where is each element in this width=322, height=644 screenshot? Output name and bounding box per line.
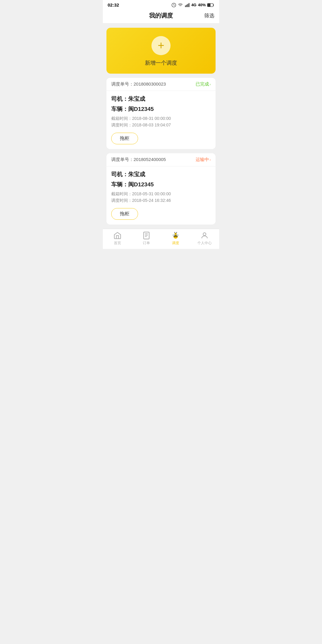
order-1-cutoff: 截箱时间：2018-08-31 00:00:00 (111, 116, 211, 121)
status-bar: 02:32 4G 40% (103, 0, 219, 9)
order-2-driver: 司机：朱宝成 (111, 171, 211, 178)
orders-icon (142, 231, 151, 240)
order-card-1: 调度单号：2018080300023 已完成 › 司机：朱宝成 车辆：闽D123… (106, 78, 216, 149)
order-2-header[interactable]: 调度单号：2018052400005 运输中 › (106, 153, 216, 166)
svg-rect-7 (208, 4, 210, 6)
tab-profile-label: 个人中心 (197, 241, 212, 246)
add-icon-wrapper: + (151, 36, 171, 55)
chevron-right-icon: › (210, 82, 211, 86)
dispatch-icon (171, 231, 180, 240)
svg-rect-5 (188, 3, 189, 7)
tab-profile[interactable]: 个人中心 (190, 229, 219, 249)
order-2-vehicle: 车辆：闽D12345 (111, 181, 211, 188)
tab-orders-label: 订单 (143, 241, 150, 246)
network-label: 4G (191, 3, 196, 7)
tab-bar: 首页 订单 (103, 229, 219, 249)
order-1-vehicle: 车辆：闽D12345 (111, 105, 211, 113)
profile-icon (200, 231, 209, 240)
signal-icon (185, 3, 190, 7)
status-time: 02:32 (108, 2, 119, 7)
tab-dispatch-label: 调度 (172, 241, 179, 246)
battery-icon (207, 3, 214, 7)
order-1-status[interactable]: 已完成 › (196, 81, 211, 87)
svg-rect-3 (186, 4, 187, 7)
tab-home-label: 首页 (114, 241, 121, 246)
order-card-2: 调度单号：2018052400005 运输中 › 司机：朱宝成 车辆：闽D123… (106, 153, 216, 225)
page-title: 我的调度 (149, 12, 173, 20)
order-1-tag[interactable]: 拖柜 (111, 133, 138, 144)
order-1-header[interactable]: 调度单号：2018080300023 已完成 › (106, 78, 216, 91)
order-2-status[interactable]: 运输中 › (196, 157, 211, 162)
order-2-cutoff: 截箱时间：2018-05-31 00:00:00 (111, 191, 211, 197)
home-icon (113, 231, 122, 240)
svg-rect-8 (144, 232, 149, 239)
status-icons: 4G 40% (171, 3, 214, 7)
svg-rect-2 (185, 5, 186, 7)
svg-line-17 (174, 232, 175, 233)
order-1-number: 调度单号：2018080300023 (111, 81, 166, 87)
battery-label: 40% (198, 3, 206, 7)
chevron-right-icon-2: › (210, 157, 211, 162)
order-2-body: 司机：朱宝成 车辆：闽D12345 截箱时间：2018-05-31 00:00:… (106, 166, 216, 225)
svg-point-20 (177, 232, 177, 233)
wifi-icon (178, 3, 183, 7)
order-1-body: 司机：朱宝成 车辆：闽D12345 截箱时间：2018-08-31 00:00:… (106, 91, 216, 149)
order-2-schedule: 调度时间：2018-05-24 16:32:46 (111, 198, 211, 203)
svg-rect-4 (187, 4, 188, 7)
plus-icon: + (158, 40, 164, 51)
order-2-number: 调度单号：2018052400005 (111, 157, 166, 162)
order-2-tag[interactable]: 拖柜 (111, 208, 138, 220)
add-card-label: 新增一个调度 (145, 59, 177, 66)
tab-dispatch[interactable]: 调度 (161, 229, 190, 249)
order-1-driver: 司机：朱宝成 (111, 95, 211, 103)
filter-button[interactable]: 筛选 (204, 12, 214, 19)
add-dispatch-card[interactable]: + 新增一个调度 (106, 28, 216, 74)
svg-point-18 (174, 232, 175, 233)
tab-home[interactable]: 首页 (103, 229, 132, 249)
top-nav: 我的调度 筛选 (103, 9, 219, 24)
svg-point-15 (175, 233, 175, 234)
svg-line-19 (176, 232, 177, 233)
clock-icon (171, 3, 176, 7)
svg-point-23 (203, 233, 206, 235)
svg-point-16 (176, 233, 176, 234)
tab-orders[interactable]: 订单 (132, 229, 161, 249)
main-content: + 新增一个调度 调度单号：2018080300023 已完成 › 司机：朱宝成… (103, 24, 219, 229)
order-1-schedule: 调度时间：2018-08-03 19:04:07 (111, 123, 211, 128)
